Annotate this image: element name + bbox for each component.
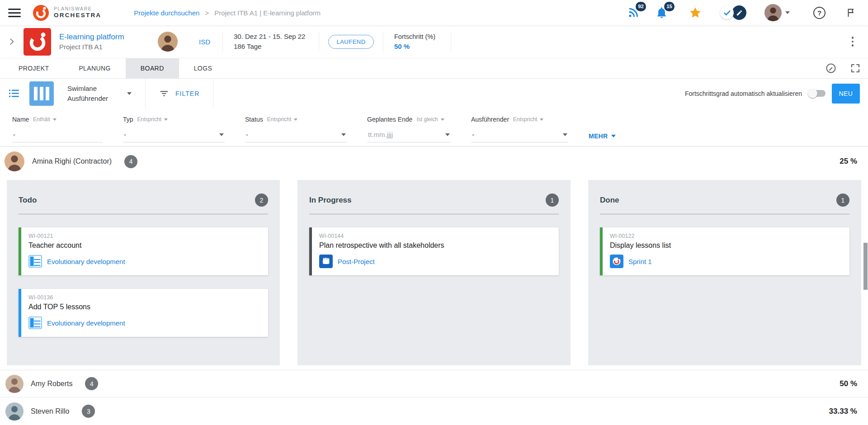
card-category-link[interactable]: Post-Project bbox=[338, 258, 375, 265]
column-title: In Progress bbox=[309, 196, 352, 205]
workitem-id: WI-00122 bbox=[610, 233, 842, 239]
column-todo: Todo 2 WI-00121 Teacher account bbox=[7, 180, 280, 365]
filter-operator-typ[interactable]: Entspricht bbox=[137, 116, 168, 123]
status-badge: LAUFEND bbox=[328, 35, 373, 49]
swimlane-header-amina[interactable]: Amina Righi (Contractor) 4 25 % bbox=[0, 146, 868, 176]
column-count-badge: 2 bbox=[255, 194, 268, 207]
tab-planung[interactable]: PLANUNG bbox=[64, 58, 125, 78]
toolbar-right: Fortschrittsgrad automatisch aktualisier… bbox=[685, 84, 868, 104]
card-category-link[interactable]: Evolutionary development bbox=[47, 258, 125, 265]
tab-projekt[interactable]: PROJEKT bbox=[4, 58, 64, 78]
progress-label: Fortschritt (%) bbox=[394, 33, 451, 40]
filter-operator-name[interactable]: Enthält bbox=[33, 116, 56, 123]
expand-panel-button[interactable] bbox=[7, 37, 16, 46]
workitem-card[interactable]: WI-00136 Add TOP 5 lessons bbox=[19, 289, 268, 337]
assignee-filter-select[interactable]: - bbox=[471, 129, 568, 142]
filter-label: FILTER bbox=[175, 90, 199, 97]
breadcrumb: Projekte durchsuchen > Project ITB A1 | … bbox=[134, 9, 611, 17]
name-filter-input[interactable] bbox=[13, 131, 102, 138]
more-filters-button[interactable]: MEHR bbox=[589, 132, 616, 140]
swimlane-header-steven[interactable]: Steven Rillo 3 33.33 % bbox=[0, 397, 868, 425]
filter-button[interactable]: FILTER bbox=[145, 79, 213, 108]
chevron-down-icon bbox=[164, 118, 168, 121]
kanban-board: Todo 2 WI-00121 Teacher account bbox=[0, 176, 868, 370]
swimlane-value: Ausführender bbox=[67, 94, 108, 104]
filter-label-geplantes-ende: Geplantes Ende bbox=[367, 116, 412, 123]
filter-label-name: Name bbox=[12, 116, 29, 123]
fullscreen-button[interactable] bbox=[850, 63, 861, 74]
workitem-id: WI-00144 bbox=[319, 233, 552, 239]
column-title: Done bbox=[600, 196, 619, 205]
filter-operator-status[interactable]: Entspricht bbox=[267, 116, 297, 123]
chevron-down-icon bbox=[785, 11, 790, 14]
filter-operator-ausfuehrender[interactable]: Entspricht bbox=[513, 116, 543, 123]
project-tabs: PROJEKT PLANUNG BOARD LOGS bbox=[0, 58, 868, 79]
project-logo-icon bbox=[24, 28, 51, 56]
brand-name-bottom: ORCHESTRA bbox=[54, 12, 101, 19]
card-category-link[interactable]: Sprint 1 bbox=[628, 258, 652, 265]
column-done: Done 1 WI-00122 Display lessons list bbox=[588, 180, 861, 365]
column-header: Done 1 bbox=[600, 180, 849, 214]
list-view-button[interactable] bbox=[8, 87, 20, 99]
breadcrumb-link-projects[interactable]: Projekte durchsuchen bbox=[134, 9, 199, 17]
swimlane-avatar bbox=[5, 402, 24, 420]
edit-board-button[interactable] bbox=[826, 63, 836, 74]
auto-update-toggle[interactable] bbox=[809, 90, 826, 97]
project-menu-button[interactable] bbox=[847, 34, 859, 49]
edit-mode-button[interactable] bbox=[732, 5, 746, 20]
board-view-button[interactable] bbox=[29, 81, 54, 106]
status-filter-select[interactable]: - bbox=[245, 129, 347, 142]
project-title[interactable]: E-learning platform bbox=[59, 33, 158, 42]
project-id: Project ITB A1 bbox=[59, 43, 158, 51]
swimlane-selector[interactable]: Swimlane Ausführender bbox=[67, 84, 132, 104]
chevron-down-icon bbox=[441, 118, 444, 121]
swimlane-label: Swimlane bbox=[67, 84, 108, 94]
chevron-down-icon bbox=[127, 92, 132, 95]
filter-field-status: Status Entspricht - bbox=[245, 115, 347, 142]
workitem-card[interactable]: WI-00122 Display lessons list Sprint 1 bbox=[600, 227, 849, 275]
filter-operator-geplantes-ende[interactable]: Ist gleich bbox=[416, 116, 444, 123]
progress-value: 50 % bbox=[394, 42, 451, 50]
chevron-down-icon bbox=[294, 118, 297, 121]
filter-field-name: Name Enthält bbox=[12, 115, 103, 142]
check-icon bbox=[723, 9, 731, 17]
project-date-range: 30. Dez 21 - 15. Sep 22 bbox=[234, 32, 308, 42]
filter-field-geplantes-ende: Geplantes Ende Ist gleich bbox=[367, 115, 451, 142]
feed-button[interactable]: 92 bbox=[627, 7, 639, 19]
card-list: WI-00122 Display lessons list Sprint 1 bbox=[600, 214, 849, 275]
project-manager-avatar[interactable] bbox=[158, 32, 178, 52]
breadcrumb-current: Project ITB A1 | E-learning platform bbox=[214, 9, 321, 17]
project-dates: 30. Dez 21 - 15. Sep 22 186 Tage bbox=[223, 32, 319, 52]
project-header: E-learning platform Project ITB A1 ISD 3… bbox=[0, 25, 868, 58]
flag-button[interactable] bbox=[845, 7, 856, 18]
swimlane-progress: 50 % bbox=[840, 379, 857, 388]
vertical-scrollbar[interactable] bbox=[863, 243, 868, 290]
notifications-button[interactable]: 15 bbox=[656, 7, 668, 19]
typ-filter-select[interactable]: - bbox=[123, 129, 225, 142]
swimlane-header-amy[interactable]: Amy Roberts 4 50 % bbox=[0, 370, 868, 397]
workitem-card[interactable]: WI-00144 Plan retrospective with all sta… bbox=[309, 227, 559, 275]
workitem-card[interactable]: WI-00121 Teacher account E bbox=[19, 227, 268, 275]
planned-end-date-input[interactable] bbox=[368, 131, 445, 138]
flag-icon bbox=[845, 7, 856, 18]
tab-board[interactable]: BOARD bbox=[126, 58, 179, 78]
help-button[interactable]: ? bbox=[813, 7, 826, 19]
card-category-link[interactable]: Evolutionary development bbox=[47, 319, 125, 327]
new-workitem-button[interactable]: NEU bbox=[832, 84, 860, 104]
swimlane-progress: 33.33 % bbox=[829, 407, 857, 416]
filter-field-ausfuehrender: Ausführender Entspricht - bbox=[471, 115, 568, 142]
notification-count-badge: 15 bbox=[664, 2, 675, 11]
tab-logs[interactable]: LOGS bbox=[179, 58, 227, 78]
brand-logo[interactable]: PLANISWARE ORCHESTRA bbox=[33, 5, 101, 21]
chevron-right-icon bbox=[7, 37, 16, 46]
column-header: Todo 2 bbox=[19, 180, 268, 214]
user-menu[interactable] bbox=[764, 4, 790, 21]
sprint-icon bbox=[610, 255, 623, 268]
column-header: In Progress 1 bbox=[309, 180, 559, 214]
menu-icon[interactable] bbox=[8, 6, 21, 19]
approve-button[interactable] bbox=[720, 6, 734, 19]
project-manager-initials[interactable]: ISD bbox=[199, 38, 210, 46]
favorites-button[interactable] bbox=[689, 6, 702, 19]
help-glyph: ? bbox=[817, 9, 821, 17]
column-title: Todo bbox=[19, 196, 37, 205]
